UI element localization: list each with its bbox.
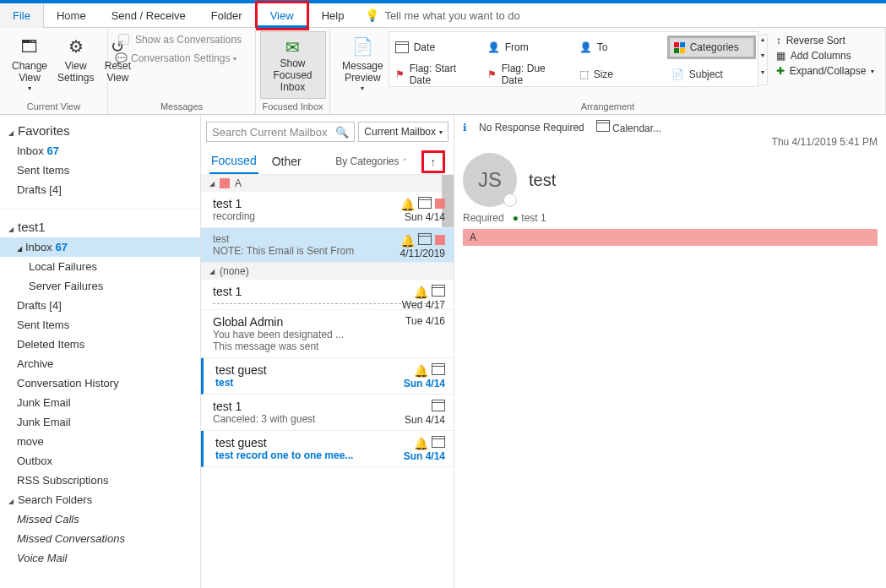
folder-item[interactable]: Drafts [4] bbox=[0, 180, 200, 199]
message-item[interactable]: test 1🔔 Wed 4/17 bbox=[201, 280, 454, 310]
size-icon: ⬚ bbox=[579, 68, 589, 80]
message-item[interactable]: test guesttest record one to one mee...🔔… bbox=[201, 431, 454, 467]
message-preview-button[interactable]: 📄 Message Preview▾ bbox=[337, 31, 389, 94]
search-scope-dropdown[interactable]: Current Mailbox ▾ bbox=[358, 122, 448, 142]
flag-icon: ⚑ bbox=[395, 68, 405, 80]
tab-other[interactable]: Other bbox=[270, 150, 303, 173]
search-input[interactable]: Search Current Mailbox 🔍 bbox=[206, 122, 355, 142]
search-folders-header[interactable]: Search Folders bbox=[0, 490, 200, 509]
folder-item[interactable]: Inbox 67 bbox=[0, 141, 200, 161]
show-as-conversations-checkbox: Show as Conversations bbox=[115, 31, 242, 47]
folder-item[interactable]: Missed Calls bbox=[0, 509, 200, 529]
message-item[interactable]: testNOTE: This Email is Sent From🔔 4/11/… bbox=[201, 228, 454, 263]
group-current-view: Current View bbox=[7, 99, 101, 114]
reverse-sort-icon: ↕ bbox=[776, 35, 781, 46]
view-settings-icon: ⚙ bbox=[63, 33, 90, 60]
focused-inbox-icon: ✉ bbox=[285, 37, 300, 57]
menu-folder[interactable]: Folder bbox=[198, 3, 255, 28]
menu-sendreceive[interactable]: Send / Receive bbox=[99, 3, 198, 28]
to-icon: 👤 bbox=[579, 41, 592, 53]
gallery-down[interactable]: ▾ bbox=[758, 52, 767, 68]
message-item[interactable]: Global AdminYou have been designated ...… bbox=[201, 310, 454, 358]
reverse-sort-button[interactable]: ↕Reverse Sort bbox=[776, 35, 875, 46]
from-icon: 👤 bbox=[487, 41, 500, 53]
message-subject: test bbox=[529, 171, 556, 190]
folder-item[interactable]: Voice Mail bbox=[0, 548, 200, 568]
arrange-from[interactable]: 👤From bbox=[483, 35, 572, 59]
no-response-label: No Response Required bbox=[479, 122, 584, 133]
tell-me-search[interactable]: 💡 Tell me what you want to do bbox=[356, 8, 528, 22]
menu-view[interactable]: View bbox=[258, 3, 307, 28]
category-header[interactable]: (none) bbox=[201, 263, 454, 280]
folder-pane: Favorites Inbox 67Sent ItemsDrafts [4] t… bbox=[0, 115, 201, 588]
arrange-flag-start[interactable]: ⚑Flag: Start Date bbox=[391, 63, 480, 86]
calendar-icon bbox=[596, 120, 610, 132]
folder-item[interactable]: Missed Conversations bbox=[0, 529, 200, 548]
menu-file[interactable]: File bbox=[0, 3, 44, 28]
folder-item[interactable]: Drafts [4] bbox=[0, 296, 200, 315]
expand-collapse-icon: ✚ bbox=[776, 65, 785, 77]
gallery-more[interactable]: ▾ bbox=[758, 68, 767, 84]
folder-item[interactable]: Deleted Items bbox=[0, 335, 200, 354]
reading-pane: ℹ No Response Required Calendar... Thu 4… bbox=[454, 115, 886, 588]
expand-collapse-button[interactable]: ✚Expand/Collapse▾ bbox=[776, 65, 875, 77]
subject-icon: 📄 bbox=[671, 68, 684, 80]
no-response-icon: ℹ bbox=[463, 122, 467, 133]
folder-item[interactable]: Archive bbox=[0, 354, 200, 373]
conversation-settings-dropdown: 💬 Conversation Settings ▾ bbox=[115, 52, 242, 64]
open-calendar-button[interactable]: Calendar... bbox=[596, 120, 661, 134]
menu-bar: File Home Send / Receive Folder View Hel… bbox=[0, 3, 886, 28]
group-focused-inbox: Focused Inbox bbox=[259, 99, 326, 114]
ribbon: 🗔 Change View▾ ⚙ View Settings ↺ Reset V… bbox=[0, 28, 886, 115]
folder-item[interactable]: Outbox bbox=[0, 451, 200, 471]
category-header[interactable]: A bbox=[201, 175, 454, 192]
presence-indicator bbox=[503, 193, 517, 207]
folder-item[interactable]: Server Failures bbox=[0, 276, 200, 296]
folder-item[interactable]: Junk Email bbox=[0, 393, 200, 412]
menu-home[interactable]: Home bbox=[44, 3, 99, 28]
menu-help[interactable]: Help bbox=[309, 3, 357, 28]
arrangement-gallery[interactable]: Date 👤From 👤To Categories ⚑Flag: Start D… bbox=[389, 31, 758, 87]
search-icon: 🔍 bbox=[335, 126, 349, 139]
folder-item[interactable]: Sent Items bbox=[0, 161, 200, 180]
lightbulb-icon: 💡 bbox=[365, 8, 379, 22]
change-view-button[interactable]: 🗔 Change View▾ bbox=[7, 31, 52, 94]
account-header[interactable]: test1 bbox=[0, 216, 200, 237]
folder-item[interactable]: Local Failures bbox=[0, 257, 200, 276]
arrange-size[interactable]: ⬚Size bbox=[575, 63, 664, 86]
arrange-date[interactable]: Date bbox=[391, 35, 480, 59]
favorites-header[interactable]: Favorites bbox=[0, 120, 200, 141]
show-focused-inbox-button[interactable]: ✉ Show Focused Inbox bbox=[260, 31, 326, 99]
accepted-icon: ● bbox=[513, 212, 519, 224]
folder-item[interactable]: RSS Subscriptions bbox=[0, 471, 200, 490]
folder-item[interactable]: Junk Email bbox=[0, 412, 200, 432]
sender-avatar: JS bbox=[463, 153, 517, 207]
folder-item[interactable]: move bbox=[0, 432, 200, 451]
required-label: Required bbox=[463, 212, 504, 224]
group-messages: Messages bbox=[115, 99, 248, 114]
arrange-subject[interactable]: 📄Subject bbox=[667, 63, 756, 86]
folder-item[interactable]: Sent Items bbox=[0, 315, 200, 335]
arrange-flag-due[interactable]: ⚑Flag: Due Date bbox=[483, 63, 572, 86]
message-date: Thu 4/11/2019 5:41 PM bbox=[463, 136, 878, 148]
sort-direction-button[interactable]: ↑ bbox=[421, 150, 446, 173]
sort-by-dropdown[interactable]: By Categories ˅ bbox=[335, 155, 405, 167]
categories-icon bbox=[674, 42, 685, 53]
message-item[interactable]: test guesttest🔔 Sun 4/14 bbox=[201, 358, 454, 395]
message-item[interactable]: test 1Canceled: 3 with guest Sun 4/14 bbox=[201, 395, 454, 431]
tab-focused[interactable]: Focused bbox=[209, 149, 258, 174]
attendee-name: test 1 bbox=[521, 212, 546, 224]
message-preview-icon: 📄 bbox=[349, 33, 376, 60]
message-item[interactable]: test 1recording🔔 Sun 4/14 bbox=[201, 192, 454, 228]
view-settings-button[interactable]: ⚙ View Settings bbox=[52, 31, 99, 86]
folder-item[interactable]: Conversation History bbox=[0, 373, 200, 393]
category-bar[interactable]: A bbox=[463, 229, 878, 246]
arrange-categories[interactable]: Categories bbox=[667, 35, 756, 59]
folder-item[interactable]: ◢Inbox 67 bbox=[0, 237, 200, 257]
add-columns-icon: ▦ bbox=[776, 50, 785, 62]
gallery-up[interactable]: ▴ bbox=[758, 35, 767, 52]
arrange-to[interactable]: 👤To bbox=[575, 35, 664, 59]
highlight-view-tab: View bbox=[255, 1, 309, 30]
calendar-icon bbox=[395, 41, 409, 53]
add-columns-button[interactable]: ▦Add Columns bbox=[776, 50, 875, 62]
